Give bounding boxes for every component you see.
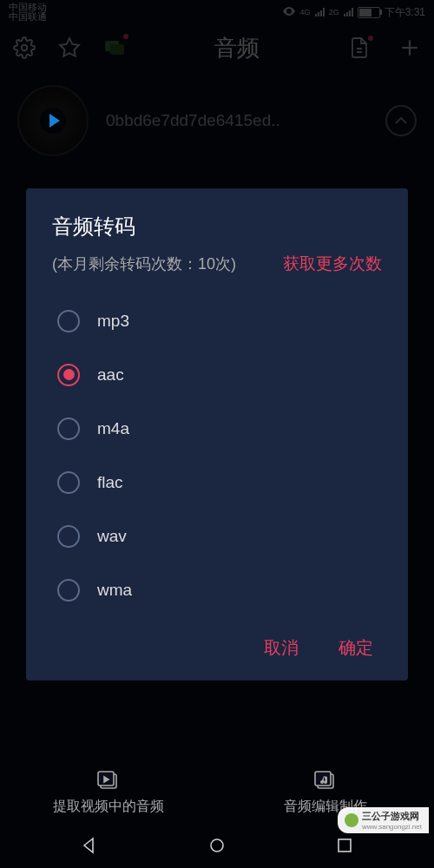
format-option-aac[interactable]: aac xyxy=(52,348,382,402)
radio-icon xyxy=(57,418,80,440)
format-option-mp3[interactable]: mp3 xyxy=(52,294,382,348)
watermark-text: 三公子游戏网 xyxy=(362,810,422,823)
format-label: wma xyxy=(97,581,132,600)
format-option-m4a[interactable]: m4a xyxy=(52,402,382,456)
watermark-url: www.sangongzi.net xyxy=(362,823,422,831)
dialog-title: 音频转码 xyxy=(52,213,382,240)
svg-point-12 xyxy=(211,839,223,852)
format-label: mp3 xyxy=(97,312,129,331)
format-label: aac xyxy=(97,365,124,385)
play-icon xyxy=(49,114,60,128)
transcode-dialog: 音频转码 (本月剩余转码次数：10次) 获取更多次数 mp3 aac m4a f… xyxy=(26,188,408,681)
format-label: m4a xyxy=(97,419,129,438)
radio-icon xyxy=(57,471,80,494)
cancel-button[interactable]: 取消 xyxy=(264,636,299,660)
svg-rect-13 xyxy=(339,839,351,852)
dialog-subtitle: (本月剩余转码次数：10次) xyxy=(52,253,236,274)
format-option-wav[interactable]: wav xyxy=(52,510,382,563)
format-label: flac xyxy=(97,473,123,492)
nav-back-icon[interactable] xyxy=(81,837,98,858)
modal-overlay[interactable]: 音频转码 (本月剩余转码次数：10次) 获取更多次数 mp3 aac m4a f… xyxy=(0,0,434,868)
confirm-button[interactable]: 确定 xyxy=(339,636,373,660)
svg-marker-11 xyxy=(84,838,93,852)
format-label: wav xyxy=(97,527,127,546)
get-more-link[interactable]: 获取更多次数 xyxy=(283,253,382,275)
watermark-logo-icon xyxy=(345,813,358,827)
nav-recent-icon[interactable] xyxy=(336,837,353,858)
radio-icon xyxy=(57,310,80,332)
radio-icon xyxy=(57,525,80,548)
nav-home-icon[interactable] xyxy=(208,837,226,858)
tab-extract-audio[interactable]: 提取视频中的音频 xyxy=(0,759,217,826)
tab-label: 提取视频中的音频 xyxy=(53,798,164,816)
radio-icon xyxy=(57,579,80,602)
watermark: 三公子游戏网 www.sangongzi.net xyxy=(338,807,429,833)
format-list: mp3 aac m4a flac wav wma xyxy=(52,294,382,617)
format-option-flac[interactable]: flac xyxy=(52,456,382,510)
radio-icon-selected xyxy=(57,364,80,386)
format-option-wma[interactable]: wma xyxy=(52,563,382,617)
